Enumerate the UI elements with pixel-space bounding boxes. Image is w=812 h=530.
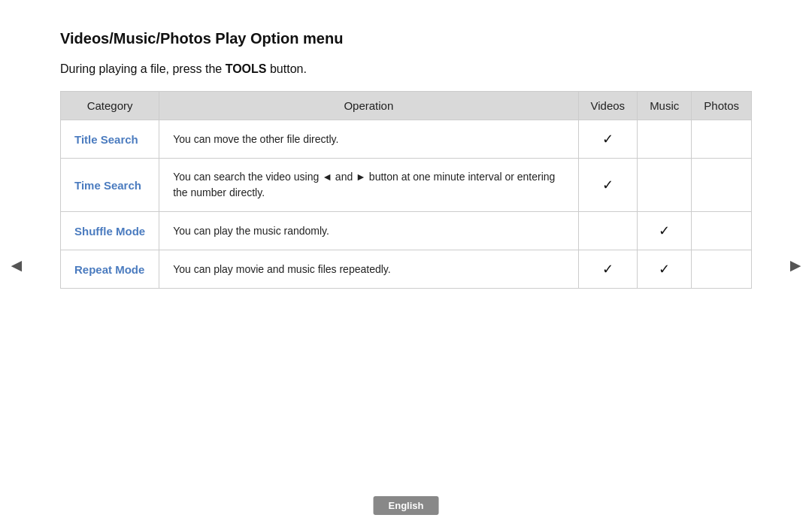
photos-check-cell: [692, 212, 752, 250]
operation-cell: You can play movie and music files repea…: [159, 250, 578, 289]
language-badge: English: [374, 496, 439, 515]
music-check-cell: [638, 120, 692, 159]
videos-check-cell: [578, 212, 638, 250]
table-row: Time SearchYou can search the video usin…: [61, 159, 752, 212]
category-cell: Title Search: [61, 120, 159, 159]
page-title: Videos/Music/Photos Play Option menu: [60, 30, 752, 47]
col-header-videos: Videos: [578, 92, 638, 120]
category-cell: Repeat Mode: [61, 250, 159, 289]
subtitle-normal: During playing a file, press the: [60, 62, 226, 75]
photos-check-cell: [692, 159, 752, 212]
table-row: Title SearchYou can move the other file …: [61, 120, 752, 159]
table-row: Shuffle ModeYou can play the music rando…: [61, 212, 752, 250]
left-nav-arrow[interactable]: ◄: [8, 255, 26, 276]
operation-cell: You can search the video using ◄ and ► b…: [159, 159, 578, 212]
col-header-photos: Photos: [692, 92, 752, 120]
page-container: Videos/Music/Photos Play Option menu Dur…: [0, 0, 812, 530]
photos-check-cell: [692, 120, 752, 159]
subtitle-bold: TOOLS: [226, 62, 267, 75]
videos-check-cell: ✓: [578, 120, 638, 159]
col-header-category: Category: [61, 92, 159, 120]
music-check-cell: ✓: [638, 250, 692, 289]
table-row: Repeat ModeYou can play movie and music …: [61, 250, 752, 289]
photos-check-cell: [692, 250, 752, 289]
operation-cell: You can play the music randomly.: [159, 212, 578, 250]
category-cell: Shuffle Mode: [61, 212, 159, 250]
music-check-cell: ✓: [638, 212, 692, 250]
col-header-music: Music: [638, 92, 692, 120]
options-table: Category Operation Videos Music Photos T…: [60, 91, 752, 289]
right-nav-arrow[interactable]: ►: [786, 255, 804, 276]
videos-check-cell: ✓: [578, 159, 638, 212]
table-header-row: Category Operation Videos Music Photos: [61, 92, 752, 120]
subtitle: During playing a file, press the TOOLS b…: [60, 62, 752, 76]
videos-check-cell: ✓: [578, 250, 638, 289]
music-check-cell: [638, 159, 692, 212]
col-header-operation: Operation: [159, 92, 578, 120]
operation-cell: You can move the other file directly.: [159, 120, 578, 159]
subtitle-suffix: button.: [267, 62, 307, 75]
category-cell: Time Search: [61, 159, 159, 212]
